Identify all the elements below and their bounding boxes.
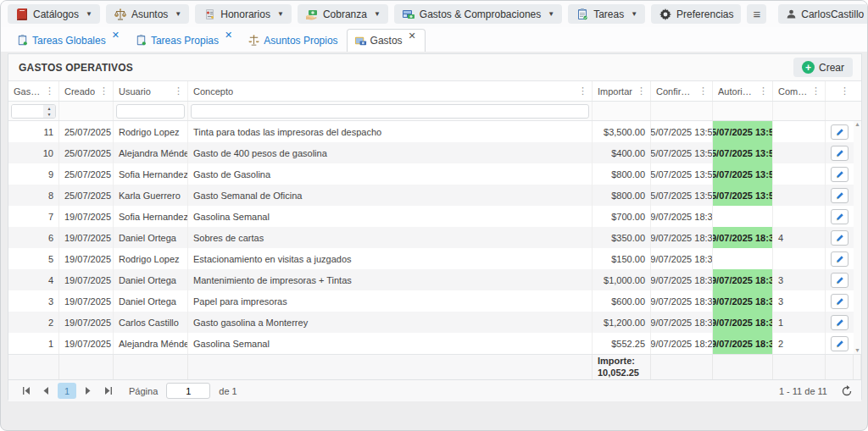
cell-actions <box>826 121 854 142</box>
column-menu-icon[interactable]: ⋮ <box>809 86 823 97</box>
table-row[interactable]: 519/07/2025 18...Rodrigo LopezEstacionam… <box>8 248 861 269</box>
column-menu-icon[interactable]: ⋮ <box>837 86 852 97</box>
create-button[interactable]: + Crear <box>793 58 853 77</box>
last-page-button[interactable] <box>100 384 117 399</box>
preferences-button[interactable]: Preferencias <box>651 4 741 24</box>
table-row[interactable]: 719/07/2025 18...Sofia HernandezGasolina… <box>8 206 861 227</box>
cell-creado: 19/07/2025 18... <box>59 269 114 290</box>
table-row[interactable]: 619/07/2025 18...Daniel OrtegaSobres de … <box>8 227 861 248</box>
table-row[interactable]: 119/07/2025 18...Alejandra MéndezGasolin… <box>8 333 861 354</box>
table-row[interactable]: 825/07/2025 13...Karla GuerreroGasto Sem… <box>8 185 861 206</box>
column-header-confirmado-t[interactable]: Confirmado T⋮ <box>651 81 713 101</box>
number-spinner[interactable]: ▲▼ <box>43 105 55 118</box>
table-row[interactable]: 219/07/2025 18...Carlos CastilloGasto ga… <box>8 312 861 333</box>
usuario-filter-input[interactable] <box>116 104 185 119</box>
cell-confirmado-t: 25/07/2025 13:53 <box>651 185 713 206</box>
footer-cell <box>59 355 114 379</box>
gastos-grid: Gastos No⋮Creado⋮Usuario⋮Concepto⋮Import… <box>8 81 861 379</box>
scroll-down-icon[interactable]: ▼ <box>854 347 860 354</box>
column-menu-icon[interactable]: ⋮ <box>634 86 648 97</box>
column-header-creado[interactable]: Creado⋮ <box>59 81 114 101</box>
edit-row-button[interactable] <box>831 336 849 351</box>
cell-gastos-no: 5 <box>8 248 59 269</box>
hamburger-menu-button[interactable]: ≡ <box>747 4 766 24</box>
spinner-down-icon[interactable]: ▼ <box>47 112 52 117</box>
edit-row-button[interactable] <box>831 124 849 140</box>
current-page-button[interactable]: 1 <box>58 383 76 399</box>
close-icon[interactable]: ✕ <box>225 30 232 41</box>
menu-tareas[interactable]: Tareas ▼ <box>568 4 645 24</box>
page-number-input[interactable] <box>166 383 210 399</box>
edit-row-button[interactable] <box>831 146 849 161</box>
concepto-filter-input[interactable] <box>191 104 589 119</box>
column-header-autorizado-t[interactable]: Autorizado T⋮ <box>713 81 773 101</box>
column-menu-icon[interactable]: ⋮ <box>97 86 111 97</box>
column-header-actions[interactable]: ⋮ <box>826 81 854 101</box>
pencil-icon <box>835 127 845 137</box>
edit-row-button[interactable] <box>831 294 849 309</box>
column-header-concepto[interactable]: Concepto⋮ <box>188 81 593 101</box>
filter-cell-gastos-no: ▲▼ <box>8 102 59 120</box>
next-page-button[interactable] <box>80 384 97 399</box>
user-label: CarlosCastillo <box>801 8 864 20</box>
menu-catalogos[interactable]: Catálogos ▼ <box>8 4 100 24</box>
scroll-up-icon[interactable]: ▲ <box>854 121 860 128</box>
table-row[interactable]: 1025/07/2025 13...Alejandra MéndezGasto … <box>8 142 861 163</box>
close-icon[interactable]: ✕ <box>409 30 416 41</box>
column-menu-icon[interactable]: ⋮ <box>576 86 590 97</box>
vertical-scrollbar[interactable]: ▲ ▼ <box>854 121 861 354</box>
edit-row-button[interactable] <box>831 230 849 246</box>
pencil-icon <box>835 169 845 180</box>
edit-row-button[interactable] <box>831 209 849 224</box>
column-menu-icon[interactable]: ⋮ <box>696 86 710 97</box>
table-row[interactable]: 1125/07/2025 13...Rodrigo LopezTinta par… <box>8 121 861 142</box>
edit-row-button[interactable] <box>831 315 849 330</box>
cell-creado: 19/07/2025 18... <box>59 333 114 354</box>
scales-icon <box>114 8 127 21</box>
menu-asuntos[interactable]: Asuntos ▼ <box>106 4 189 24</box>
table-row[interactable]: 319/07/2025 18...Daniel OrtegaPapel para… <box>8 290 861 312</box>
refresh-icon[interactable] <box>841 385 853 397</box>
cell-usuario: Daniel Ortega <box>114 269 188 290</box>
first-page-button[interactable] <box>17 384 34 399</box>
menu-cobranza[interactable]: Cobranza ▼ <box>298 4 388 24</box>
table-row[interactable]: 419/07/2025 18...Daniel OrtegaMantenimie… <box>8 269 861 290</box>
close-icon[interactable]: ✕ <box>112 30 120 41</box>
table-row[interactable]: 925/07/2025 13...Sofia HernandezGasto de… <box>8 163 861 185</box>
menu-cobranza-label: Cobranza <box>323 8 367 20</box>
tab-asuntos-propios[interactable]: Asuntos Propios <box>241 29 346 52</box>
column-menu-icon[interactable]: ⋮ <box>756 86 771 97</box>
tasks-icon <box>576 8 589 21</box>
column-header-gastos-no[interactable]: Gastos No⋮ <box>8 81 59 101</box>
column-header-importar[interactable]: Importar⋮ <box>593 81 651 101</box>
previous-page-button[interactable] <box>37 384 54 399</box>
cell-importar: $800.00 <box>593 163 651 185</box>
spinner-up-icon[interactable]: ▲ <box>47 106 52 111</box>
column-header-comprobantes[interactable]: Compro...⋮ <box>773 81 826 101</box>
cell-gastos-no: 10 <box>8 142 59 163</box>
pencil-icon <box>835 275 845 285</box>
edit-row-button[interactable] <box>831 188 849 203</box>
edit-row-button[interactable] <box>831 167 849 182</box>
edit-row-button[interactable] <box>831 251 849 267</box>
tab-tareas-propias[interactable]: Tareas Propias ✕ <box>128 29 241 52</box>
tab-tareas-globales[interactable]: Tareas Globales ✕ <box>9 29 128 52</box>
column-menu-icon[interactable]: ⋮ <box>42 86 57 97</box>
cell-actions <box>826 290 854 312</box>
cell-autorizado-t: 19/07/2025 18:36 <box>713 227 773 248</box>
menu-gastos-comprobaciones[interactable]: Gastos & Comprobaciones ▼ <box>394 4 562 24</box>
user-icon <box>786 8 797 19</box>
edit-row-button[interactable] <box>831 273 849 288</box>
cell-gastos-no: 8 <box>8 185 59 206</box>
column-menu-icon[interactable]: ⋮ <box>171 86 186 97</box>
tab-gastos[interactable]: Gastos ✕ <box>347 29 426 52</box>
menu-honorarios[interactable]: Honorarios ▼ <box>195 4 292 24</box>
gastos-no-filter-input[interactable] <box>12 105 43 118</box>
cell-concepto: Gasto de Gasolina <box>188 163 593 185</box>
user-menu-button[interactable]: CarlosCastillo ▼ <box>778 4 868 24</box>
column-header-usuario[interactable]: Usuario⋮ <box>114 81 188 101</box>
cell-comprobantes <box>773 206 826 227</box>
cell-usuario: Alejandra Méndez <box>114 333 188 354</box>
chevron-down-icon: ▼ <box>277 10 284 18</box>
cell-gastos-no: 4 <box>8 269 59 290</box>
